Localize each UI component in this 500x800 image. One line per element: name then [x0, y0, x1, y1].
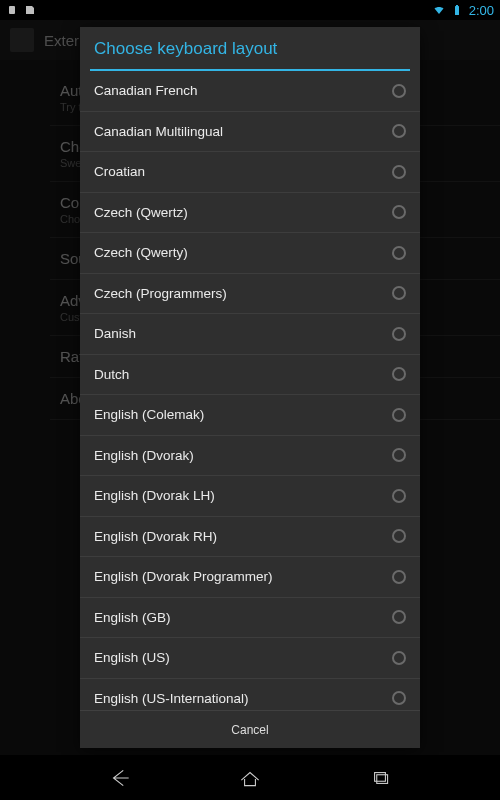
radio-icon — [392, 448, 406, 462]
status-bar: 2:00 — [0, 0, 500, 20]
radio-icon — [392, 84, 406, 98]
media-icon — [24, 4, 36, 16]
layout-option-label: English (GB) — [94, 610, 171, 625]
radio-icon — [392, 529, 406, 543]
radio-icon — [392, 205, 406, 219]
radio-icon — [392, 610, 406, 624]
layout-option[interactable]: Danish — [80, 314, 420, 355]
radio-icon — [392, 367, 406, 381]
layout-option[interactable]: Canadian Multilingual — [80, 112, 420, 153]
keyboard-layout-dialog: Choose keyboard layout Canadian FrenchCa… — [80, 27, 420, 748]
layout-option-label: English (US-International) — [94, 691, 249, 706]
radio-icon — [392, 691, 406, 705]
cancel-label: Cancel — [231, 723, 268, 737]
radio-icon — [392, 408, 406, 422]
recents-button[interactable] — [360, 758, 400, 798]
radio-icon — [392, 489, 406, 503]
svg-rect-4 — [377, 774, 388, 783]
layout-option-label: Canadian French — [94, 83, 198, 98]
layout-option[interactable]: English (Colemak) — [80, 395, 420, 436]
radio-icon — [392, 165, 406, 179]
dialog-title: Choose keyboard layout — [80, 27, 420, 69]
layout-option-label: Dutch — [94, 367, 129, 382]
layout-option-label: Croatian — [94, 164, 145, 179]
layout-option[interactable]: Canadian French — [80, 71, 420, 112]
layout-option[interactable]: Czech (Programmers) — [80, 274, 420, 315]
svg-rect-0 — [9, 6, 15, 14]
app-icon — [10, 28, 34, 52]
layout-option[interactable]: Czech (Qwertz) — [80, 193, 420, 234]
layout-option[interactable]: English (Dvorak Programmer) — [80, 557, 420, 598]
status-left — [6, 4, 36, 16]
radio-icon — [392, 570, 406, 584]
radio-icon — [392, 124, 406, 138]
layout-option[interactable]: English (GB) — [80, 598, 420, 639]
navigation-bar — [0, 755, 500, 800]
radio-icon — [392, 286, 406, 300]
layout-option-label: Czech (Qwertz) — [94, 205, 188, 220]
layout-option-label: Czech (Programmers) — [94, 286, 227, 301]
layout-option-label: English (Dvorak RH) — [94, 529, 217, 544]
layout-option[interactable]: Croatian — [80, 152, 420, 193]
svg-rect-2 — [456, 5, 458, 6]
layout-option-label: English (Dvorak) — [94, 448, 194, 463]
debug-icon — [6, 4, 18, 16]
layout-option-label: Danish — [94, 326, 136, 341]
layout-option-label: English (Dvorak LH) — [94, 488, 215, 503]
layout-option[interactable]: English (Dvorak) — [80, 436, 420, 477]
cancel-button[interactable]: Cancel — [80, 710, 420, 748]
status-right: 2:00 — [433, 3, 494, 18]
device-frame: 2:00 Externa Auto...Try t...Cho...Swe...… — [0, 0, 500, 800]
status-clock: 2:00 — [469, 3, 494, 18]
svg-rect-1 — [455, 6, 459, 15]
layout-option[interactable]: English (Dvorak LH) — [80, 476, 420, 517]
battery-icon — [451, 4, 463, 16]
radio-icon — [392, 651, 406, 665]
radio-icon — [392, 327, 406, 341]
layout-option[interactable]: English (US) — [80, 638, 420, 679]
layout-option[interactable]: English (Dvorak RH) — [80, 517, 420, 558]
dialog-option-list[interactable]: Canadian FrenchCanadian MultilingualCroa… — [80, 71, 420, 710]
layout-option-label: English (Colemak) — [94, 407, 204, 422]
back-button[interactable] — [100, 758, 140, 798]
radio-icon — [392, 246, 406, 260]
layout-option-label: Czech (Qwerty) — [94, 245, 188, 260]
wifi-icon — [433, 4, 445, 16]
layout-option-label: English (Dvorak Programmer) — [94, 569, 273, 584]
layout-option[interactable]: Czech (Qwerty) — [80, 233, 420, 274]
layout-option-label: English (US) — [94, 650, 170, 665]
layout-option[interactable]: Dutch — [80, 355, 420, 396]
layout-option-label: Canadian Multilingual — [94, 124, 223, 139]
home-button[interactable] — [230, 758, 270, 798]
layout-option[interactable]: English (US-International) — [80, 679, 420, 711]
